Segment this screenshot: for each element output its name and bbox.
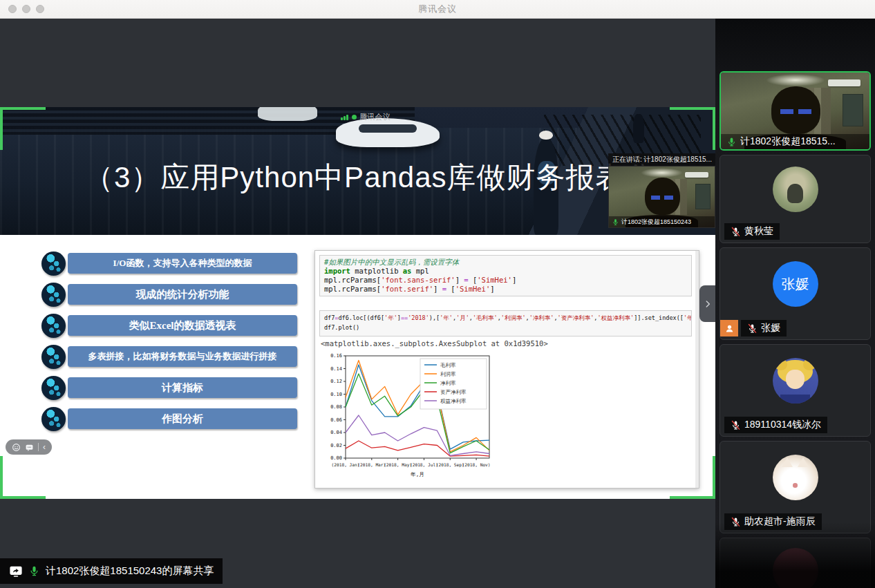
bullet-row: 作图分析: [41, 408, 301, 430]
cell-output-text: <matplotlib.axes._subplots.AxesSubplot a…: [321, 339, 548, 348]
share-banner-text: 计1802张俊超185150243的屏幕共享: [46, 565, 214, 578]
sidebar-collapse-handle[interactable]: [699, 285, 715, 322]
svg-text:(2018, Sep): (2018, Sep): [436, 462, 464, 468]
active-speaker-overlay[interactable]: 正在讲话: 计1802张俊超18515... 计1802张俊超185150243: [608, 153, 715, 228]
avatar-initials: 张媛: [782, 275, 809, 294]
bullet-row: I/O函数，支持导入各种类型的数据: [41, 253, 301, 275]
svg-text:利润率: 利润率: [440, 371, 456, 377]
svg-text:0.00: 0.00: [330, 455, 342, 461]
globe-icon: [41, 252, 66, 276]
capture-corner-top-left: [0, 107, 46, 150]
participant-tile[interactable]: 黄秋莹: [719, 155, 871, 243]
ceiling-light: [641, 168, 683, 178]
participant-name: 189110314钱冰尔: [744, 419, 821, 431]
chevron-right-icon: [703, 299, 713, 309]
glasses-glare: [651, 196, 673, 199]
output-chart: 0.000.020.040.060.080.100.120.140.16(201…: [319, 349, 496, 487]
svg-text:(2018, May): (2018, May): [384, 462, 412, 468]
emoji-icon[interactable]: [12, 443, 21, 452]
globe-icon: [41, 407, 66, 431]
participant-name: 张媛: [761, 322, 780, 334]
ceiling-light: [766, 74, 825, 86]
mic-on-icon: [28, 565, 40, 577]
screen-share-banner: 计1802张俊超185150243的屏幕共享: [0, 558, 223, 584]
bullet-text: I/O函数，支持导入各种类型的数据: [113, 257, 252, 269]
reaction-toolbar[interactable]: ‹: [6, 439, 52, 455]
main-stage: 腾讯会议 （3）应用Python中Pandas库做财务报表分 I/O函数，支持导…: [0, 19, 715, 588]
svg-text:权益净利率: 权益净利率: [440, 398, 467, 404]
self-video[interactable]: 计1802张俊超185150243: [608, 166, 715, 228]
participant-tile[interactable]: 计1802张俊超18515...: [719, 71, 871, 151]
participant-name: 黄秋莹: [744, 225, 773, 238]
code-line: import matplotlib as mpl: [324, 267, 687, 276]
bullet-row: 多表拼接，比如将财务数据与业务数据进行拼接: [41, 346, 301, 368]
participant-name-label: 黄秋莹: [724, 223, 780, 240]
svg-text:0.08: 0.08: [330, 404, 342, 410]
code-cell-2: df7=df6.loc[(df6['年']=='2018'),['年','月',…: [319, 310, 692, 336]
slide-body: I/O函数，支持导入各种类型的数据现成的统计分析功能类似Excel的数据透视表多…: [0, 235, 715, 499]
room-window: [843, 94, 863, 126]
svg-text:0.14: 0.14: [330, 366, 342, 372]
globe-icon: [41, 283, 66, 307]
recording-dot-icon: [352, 115, 357, 120]
participant-tile[interactable]: 189110314钱冰尔: [719, 344, 871, 437]
capture-corner-bottom-left: [0, 456, 46, 499]
svg-text:0.04: 0.04: [330, 430, 342, 435]
svg-text:年,月: 年,月: [410, 471, 424, 477]
svg-text:0.12: 0.12: [330, 379, 342, 384]
notebook-screenshot: #如果图片中的中文显示乱码，需设置字体import matplotlib as …: [314, 250, 699, 489]
capture-corner-top-right: [670, 107, 715, 150]
participant-name-label: 助农超市-施雨辰: [724, 513, 822, 530]
tencent-meeting-window: 腾讯会议: [0, 0, 875, 588]
avatar: [773, 358, 818, 404]
bullet-bar: 作图分析: [68, 408, 297, 429]
bullet-text: 现成的统计分析功能: [136, 288, 229, 301]
screen-share-icon: [9, 565, 23, 578]
avatar: [773, 455, 818, 500]
avatar: [773, 548, 818, 588]
toolbar-divider: [38, 443, 39, 451]
bullet-bar: 类似Excel的数据透视表: [68, 315, 297, 336]
meeting-badge-label: 腾讯会议: [360, 112, 391, 122]
self-name-text: 计1802张俊超185150243: [621, 218, 691, 227]
slide-title: （3）应用Python中Pandas库做财务报表分: [84, 158, 655, 197]
collapse-toolbar-icon[interactable]: ‹: [43, 443, 46, 451]
bullet-bar: 多表拼接，比如将财务数据与业务数据进行拼接: [68, 346, 297, 367]
svg-text:资产净利率: 资产净利率: [440, 389, 467, 395]
participant-tile[interactable]: 助农超市-施雨辰: [719, 441, 871, 533]
participant-tile[interactable]: 张媛张媛: [719, 247, 871, 340]
bullet-text: 类似Excel的数据透视表: [129, 319, 236, 332]
notebook-scrollbar[interactable]: [695, 251, 699, 488]
self-name-label: 计1802张俊超185150243: [609, 216, 715, 227]
avatar: 张媛: [773, 261, 818, 307]
svg-text:0.10: 0.10: [330, 392, 342, 397]
participant-name: 助农超市-施雨辰: [744, 515, 816, 528]
code-line: mpl.rcParams['font.serif'] = ['SimHei']: [324, 285, 687, 294]
participant-tile[interactable]: [719, 538, 871, 588]
air-conditioner: [685, 172, 708, 178]
window-title: 腾讯会议: [0, 3, 875, 15]
bullet-row: 现成的统计分析功能: [41, 284, 301, 306]
svg-text:毛利率: 毛利率: [440, 362, 456, 368]
bullet-row: 类似Excel的数据透视表: [41, 315, 301, 337]
bullet-text: 多表拼接，比如将财务数据与业务数据进行拼接: [88, 350, 277, 363]
host-person-badge: [720, 320, 738, 336]
chat-icon[interactable]: [25, 443, 34, 452]
participant-name: 计1802张俊超18515...: [740, 135, 836, 148]
titlebar: 腾讯会议: [0, 0, 875, 19]
svg-text:(2018, Mar): (2018, Mar): [357, 462, 386, 467]
globe-icon: [41, 376, 66, 400]
globe-icon: [41, 345, 66, 369]
bullet-bar: 现成的统计分析功能: [68, 284, 297, 305]
globe-icon: [41, 314, 66, 338]
svg-text:0.06: 0.06: [330, 417, 342, 423]
code-line: mpl.rcParams['font.sans-serif'] = ['SimH…: [324, 276, 687, 285]
bullet-row: 计算指标: [41, 377, 301, 399]
capture-corner-bottom-right: [670, 456, 715, 499]
speaking-now-label: 正在讲话: 计1802张俊超18515...: [608, 153, 715, 166]
hero-person-2: [633, 114, 644, 143]
code-line: df7=df6.loc[(df6['年']=='2018'),['年','月',…: [324, 313, 687, 323]
bullet-list: I/O函数，支持导入各种类型的数据现成的统计分析功能类似Excel的数据透视表多…: [41, 253, 301, 439]
svg-text:(2018, Nov): (2018, Nov): [462, 462, 491, 467]
bullet-text: 计算指标: [162, 381, 203, 395]
